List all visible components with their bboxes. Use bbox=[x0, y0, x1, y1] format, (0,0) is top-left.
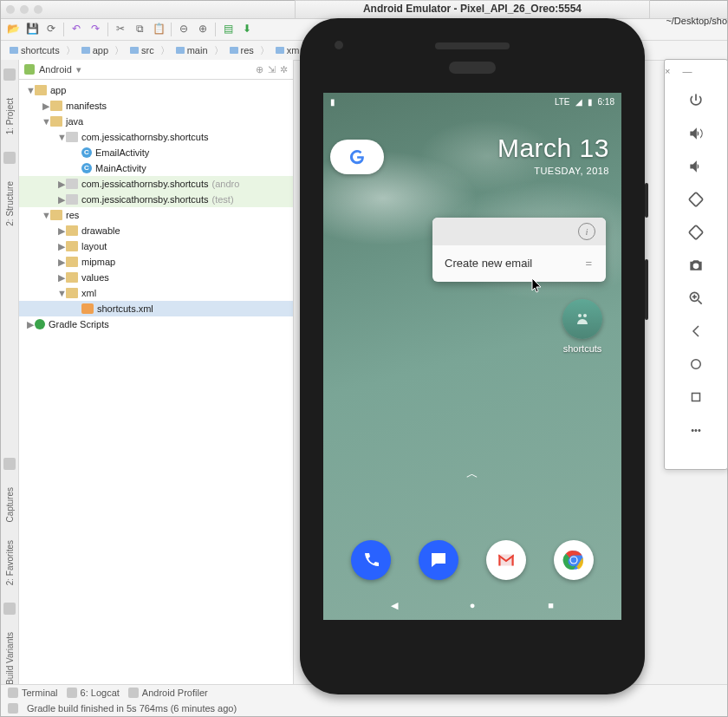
sd-icon: ▮ bbox=[330, 96, 335, 108]
zoom-in-icon[interactable]: ⊕ bbox=[196, 23, 210, 36]
zoom-icon[interactable] bbox=[686, 289, 705, 308]
emu-overview-icon[interactable] bbox=[686, 388, 705, 407]
favorites-dock bbox=[323, 531, 621, 589]
emulator-toolbar: × — ••• bbox=[664, 59, 728, 470]
device-frame: ▮ LTE ◢ ▮ 6:18 March 13 TUESDAY, 2018 i … bbox=[300, 18, 645, 694]
emu-close-button[interactable]: × bbox=[665, 65, 670, 77]
phone-app[interactable] bbox=[351, 540, 391, 580]
messages-app[interactable] bbox=[419, 540, 458, 580]
volume-up-icon[interactable] bbox=[686, 124, 705, 143]
clock-label: 6:18 bbox=[598, 96, 614, 108]
tree-node[interactable]: ▶mipmap bbox=[19, 254, 293, 270]
rotate-right-icon[interactable] bbox=[686, 223, 705, 242]
svg-point-7 bbox=[692, 360, 701, 369]
captures-tool-icon[interactable] bbox=[3, 458, 16, 470]
tree-node[interactable]: ▶values bbox=[19, 270, 293, 285]
device-screen[interactable]: ▮ LTE ◢ ▮ 6:18 March 13 TUESDAY, 2018 i … bbox=[323, 93, 621, 620]
tool-captures[interactable]: Captures bbox=[4, 487, 16, 523]
battery-icon: ▮ bbox=[588, 96, 593, 108]
emu-home-icon[interactable] bbox=[686, 355, 705, 374]
app-drawer-arrow-icon[interactable]: ︿ bbox=[466, 466, 478, 481]
recents-button[interactable]: ■ bbox=[543, 597, 559, 613]
undo-icon[interactable]: ↶ bbox=[69, 23, 83, 36]
app-shortcut-popup: i Create new email = bbox=[432, 218, 606, 282]
svg-rect-4 bbox=[689, 192, 703, 206]
emulator-window: Android Emulator - Pixel_API_26_Oreo:555… bbox=[295, 0, 650, 695]
date-widget[interactable]: March 13 TUESDAY, 2018 bbox=[497, 131, 609, 177]
collapse-icon[interactable]: ⇲ bbox=[268, 63, 276, 75]
tool-favorites[interactable]: 2: Favorites bbox=[4, 540, 16, 585]
tree-node[interactable]: shortcuts.xml bbox=[19, 301, 293, 316]
emulator-title: Android Emulator - Pixel_API_26_Oreo:555… bbox=[295, 0, 650, 18]
window-path: ~/Desktop/sho bbox=[666, 15, 727, 27]
camera-icon[interactable] bbox=[686, 256, 705, 275]
traffic-close[interactable] bbox=[6, 5, 15, 14]
logcat-tab[interactable]: 6: Logcat bbox=[67, 687, 120, 699]
emu-minimize-button[interactable]: — bbox=[682, 65, 692, 77]
tree-node[interactable]: ▼app bbox=[19, 82, 293, 98]
android-scope-icon bbox=[24, 64, 35, 75]
tree-node[interactable]: CEmailActivity bbox=[19, 145, 293, 160]
variants-tool-icon[interactable] bbox=[3, 603, 16, 615]
home-button[interactable]: ● bbox=[465, 597, 480, 613]
svg-rect-8 bbox=[692, 394, 700, 401]
android-statusbar[interactable]: ▮ LTE ◢ ▮ 6:18 bbox=[323, 93, 621, 110]
tree-node[interactable]: ▶com.jessicathornsby.shortcuts(andro bbox=[19, 176, 293, 192]
status-icon bbox=[8, 703, 18, 714]
traffic-max[interactable] bbox=[34, 5, 42, 14]
structure-tool-icon[interactable] bbox=[3, 152, 16, 164]
power-icon[interactable] bbox=[686, 91, 705, 110]
tree-node[interactable]: ▼java bbox=[19, 114, 293, 129]
emu-back-icon[interactable] bbox=[686, 322, 705, 341]
android-navbar: ◀ ● ■ bbox=[323, 590, 621, 620]
tool-variants[interactable]: Build Variants bbox=[4, 632, 16, 685]
scope-selector[interactable]: Android bbox=[39, 63, 72, 75]
locate-icon[interactable]: ⊕ bbox=[256, 63, 263, 75]
gmail-app[interactable] bbox=[486, 540, 526, 580]
tree-node[interactable]: ▶Gradle Scripts bbox=[19, 316, 293, 332]
traffic-min[interactable] bbox=[20, 5, 29, 14]
tree-node[interactable]: ▼res bbox=[19, 207, 293, 223]
network-label: LTE bbox=[555, 96, 570, 108]
sync-icon[interactable]: ⟳ bbox=[44, 23, 58, 36]
sdk-icon[interactable]: ⬇ bbox=[240, 23, 254, 36]
app-info-icon[interactable]: i bbox=[578, 223, 595, 240]
project-panel: Android ▾ ⊕ ⇲ ✲ ▼app▶manifests▼java▼com.… bbox=[19, 60, 294, 685]
more-icon[interactable]: ••• bbox=[686, 420, 705, 440]
shortcut-create-email[interactable]: Create new email = bbox=[432, 245, 606, 282]
tree-node[interactable]: ▶manifests bbox=[19, 98, 293, 114]
tree-node[interactable]: ▼xml bbox=[19, 285, 293, 301]
chrome-app[interactable] bbox=[554, 540, 594, 580]
tool-structure[interactable]: 2: Structure bbox=[4, 181, 16, 226]
tree-node[interactable]: ▶layout bbox=[19, 238, 293, 254]
volume-down-icon[interactable] bbox=[686, 157, 705, 176]
tree-node[interactable]: ▶com.jessicathornsby.shortcuts(test) bbox=[19, 192, 293, 207]
tree-node[interactable]: CMainActivity bbox=[19, 160, 293, 176]
avd-icon[interactable]: ▤ bbox=[221, 23, 235, 36]
save-icon[interactable]: 💾 bbox=[25, 23, 39, 36]
profiler-tab[interactable]: Android Profiler bbox=[128, 687, 208, 699]
open-icon[interactable]: 📂 bbox=[6, 23, 20, 36]
drag-handle-icon[interactable]: = bbox=[585, 257, 594, 271]
redo-icon[interactable]: ↷ bbox=[88, 23, 102, 36]
signal-icon: ◢ bbox=[575, 96, 582, 108]
back-button[interactable]: ◀ bbox=[387, 597, 402, 613]
google-search-widget[interactable] bbox=[330, 140, 384, 174]
left-gutter: 1: Project 2: Structure Captures 2: Favo… bbox=[1, 60, 19, 685]
cut-icon[interactable]: ✂ bbox=[114, 23, 127, 36]
project-tool-icon[interactable] bbox=[3, 68, 16, 81]
tool-project[interactable]: 1: Project bbox=[4, 98, 16, 134]
settings-gear-icon[interactable]: ✲ bbox=[280, 63, 288, 75]
copy-icon[interactable]: ⧉ bbox=[133, 23, 146, 36]
app-shortcuts[interactable]: shortcuts bbox=[562, 299, 602, 355]
tree-node[interactable]: ▼com.jessicathornsby.shortcuts bbox=[19, 129, 293, 145]
terminal-tab[interactable]: Terminal bbox=[8, 687, 58, 699]
zoom-out-icon[interactable]: ⊖ bbox=[177, 23, 191, 36]
status-message: Gradle build finished in 5s 764ms (6 min… bbox=[27, 702, 237, 714]
project-tree[interactable]: ▼app▶manifests▼java▼com.jessicathornsby.… bbox=[19, 80, 293, 685]
svg-rect-5 bbox=[689, 225, 703, 239]
rotate-left-icon[interactable] bbox=[686, 190, 705, 209]
svg-point-3 bbox=[571, 557, 577, 564]
tree-node[interactable]: ▶drawable bbox=[19, 223, 293, 238]
paste-icon[interactable]: 📋 bbox=[152, 23, 166, 36]
